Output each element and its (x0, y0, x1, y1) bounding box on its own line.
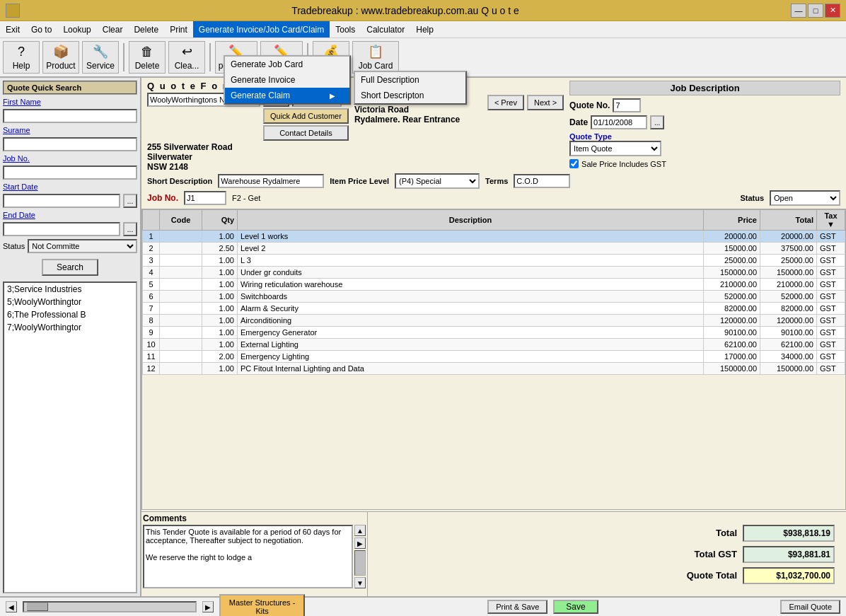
end-date-picker-button[interactable]: ... (123, 222, 137, 236)
print-save-button[interactable]: Print & Save (487, 600, 547, 614)
table-row[interactable]: 11 2.00 Emergency Lighting 17000.00 3400… (143, 351, 845, 363)
save-button[interactable]: Save (553, 600, 598, 614)
table-row[interactable]: 1 1.00 Level 1 works 20000.00 20000.00 G… (143, 231, 845, 243)
footer-scroll-right[interactable]: ▶ (202, 601, 214, 612)
row-qty-8: 1.00 (202, 315, 238, 327)
code-input-10[interactable] (163, 339, 198, 349)
code-input-1[interactable] (163, 231, 198, 241)
master-structures-button[interactable]: Master Structures -Kits (219, 594, 306, 616)
status-select[interactable]: Not Committe Committed Closed (28, 239, 137, 253)
status-select-job[interactable]: Open Closed On Hold (770, 190, 840, 206)
menu-clear[interactable]: Clear (97, 21, 129, 37)
row-total-4: 150000.00 (760, 267, 817, 279)
item-price-select[interactable]: (P1) Standard (P2) Trade (P3) Wholesale … (395, 173, 480, 189)
job-no-input-field[interactable] (184, 191, 226, 205)
prev-button[interactable]: < Prev (487, 95, 524, 110)
menu-generate[interactable]: Generate Invoice/Job Card/Claim (193, 21, 330, 37)
customer-item-6[interactable]: 6;The Professional B (4, 308, 136, 321)
code-input-5[interactable] (163, 279, 198, 289)
cost-button[interactable]: 💰 Cost (313, 41, 349, 74)
table-row[interactable]: 8 1.00 Airconditioning 120000.00 120000.… (143, 315, 845, 327)
comments-scroll-right[interactable]: ▶ (354, 537, 366, 549)
quote-no-input[interactable] (613, 98, 641, 112)
table-row[interactable]: 4 1.00 Under gr conduits 150000.00 15000… (143, 267, 845, 279)
clear-button[interactable]: ↩ Clea... (168, 41, 205, 74)
code-input-9[interactable] (163, 327, 198, 337)
code-input-4[interactable] (163, 267, 198, 277)
company-input[interactable] (147, 93, 260, 107)
cust-code-input[interactable] (292, 93, 342, 107)
customer-item-7[interactable]: 7;WoolyWorthingtor (4, 321, 136, 334)
comments-scroll-down[interactable]: ▼ (354, 577, 366, 588)
start-date-input[interactable] (3, 194, 120, 208)
pen-use-button[interactable]: ✏️ pen Use (260, 41, 303, 74)
menu-delete[interactable]: Delete (128, 21, 164, 37)
menu-tools[interactable]: Tools (330, 21, 361, 37)
code-input-6[interactable] (163, 291, 198, 301)
contact-details-button[interactable]: Contact Details (263, 125, 349, 141)
date-picker-button[interactable]: ... (650, 115, 664, 129)
short-desc-input[interactable] (218, 174, 324, 188)
comments-scroll-up[interactable]: ▲ (354, 525, 366, 536)
first-name-input[interactable] (3, 109, 137, 123)
first-name-label[interactable]: First Name (3, 98, 137, 106)
quote-type-select[interactable]: Item Quote Service Quote Mixed Quote (569, 141, 661, 156)
job-no-label[interactable]: Job No. (3, 154, 137, 163)
menu-calculator[interactable]: Calculator (361, 21, 410, 37)
col-header-qty: Qty (202, 210, 238, 231)
service-button[interactable]: 🔧 Service (82, 41, 119, 74)
menu-print[interactable]: Print (164, 21, 193, 37)
delete-label: Delete (135, 61, 160, 71)
table-row[interactable]: 7 1.00 Alarm & Security 82000.00 82000.0… (143, 303, 845, 315)
table-row[interactable]: 12 1.00 PC Fitout Internal Lighting and … (143, 363, 845, 375)
customer-item-3[interactable]: 3;Service Industries (4, 283, 136, 296)
menu-exit[interactable]: Exit (0, 21, 25, 37)
table-row[interactable]: 5 1.00 Wiring reticulation warehouse 210… (143, 279, 845, 291)
end-date-input[interactable] (3, 222, 120, 236)
close-button[interactable]: ✕ (825, 4, 840, 18)
find-button[interactable]: Find (263, 93, 289, 107)
product-button[interactable]: 📦 Product (42, 41, 79, 74)
footer-scroll-left[interactable]: ◀ (6, 601, 17, 612)
next-button[interactable]: Next > (527, 95, 564, 110)
code-input-7[interactable] (163, 303, 198, 313)
surname-input[interactable] (3, 137, 137, 151)
quick-add-customer-button[interactable]: Quick Add Customer (263, 108, 349, 124)
table-row[interactable]: 6 1.00 Switchboards 52000.00 52000.00 GS… (143, 291, 845, 303)
menu-lookup[interactable]: Lookup (57, 21, 96, 37)
date-input[interactable] (591, 115, 647, 129)
row-code-3 (160, 255, 202, 267)
row-total-1: 20000.00 (760, 231, 817, 243)
customer-item-5[interactable]: 5;WoolyWorthingtor (4, 296, 136, 308)
comments-textarea[interactable]: This Tender Quote is available for a per… (143, 525, 353, 588)
menu-help[interactable]: Help (410, 21, 439, 37)
job-card-button[interactable]: 📋 Job Card (352, 41, 399, 74)
maximize-button[interactable]: □ (808, 4, 823, 18)
sale-price-checkbox[interactable] (569, 159, 579, 168)
code-input-2[interactable] (163, 243, 198, 253)
search-button[interactable]: Search (42, 259, 98, 276)
email-quote-button[interactable]: Email Quote (780, 600, 840, 614)
table-row[interactable]: 9 1.00 Emergency Generator 90100.00 9010… (143, 327, 845, 339)
job-no-input[interactable] (3, 165, 137, 180)
delete-button[interactable]: 🗑 Delete (129, 41, 166, 74)
surname-label[interactable]: Surame (3, 126, 137, 134)
minimize-button[interactable]: — (791, 4, 806, 18)
end-date-label[interactable]: End Date (3, 211, 137, 219)
code-input-8[interactable] (163, 315, 198, 325)
code-input-12[interactable] (163, 364, 198, 373)
start-date-picker-button[interactable]: ... (123, 194, 137, 208)
items-table-container[interactable]: Code Qty Description Price Total Tax ▼ 1… (141, 209, 846, 510)
code-input-3[interactable] (163, 255, 198, 265)
quote-header: Q u o t e F o r Cust No Find Quick Add C… (141, 78, 846, 207)
code-input-11[interactable] (163, 351, 198, 361)
menu-goto[interactable]: Go to (25, 21, 57, 37)
service-icon: 🔧 (93, 44, 108, 59)
help-button[interactable]: ? Help (3, 41, 40, 74)
start-date-label[interactable]: Start Date (3, 182, 137, 191)
pen-save-button[interactable]: ✏️ pen Save (215, 41, 257, 74)
table-row[interactable]: 10 1.00 External Lighting 62100.00 62100… (143, 339, 845, 351)
table-row[interactable]: 2 2.50 Level 2 15000.00 37500.00 GST (143, 243, 845, 255)
table-row[interactable]: 3 1.00 L 3 25000.00 25000.00 GST (143, 255, 845, 267)
terms-input[interactable] (514, 174, 570, 188)
